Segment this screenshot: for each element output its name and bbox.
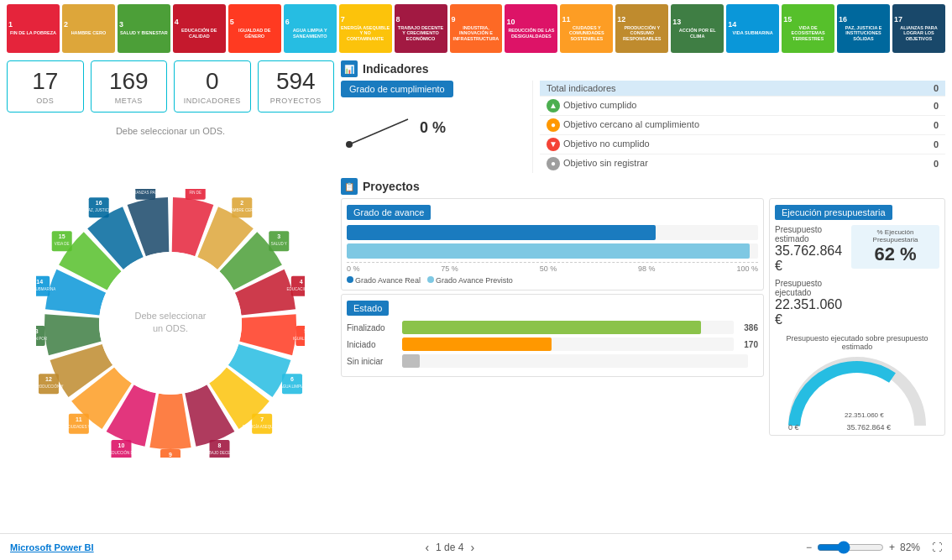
sdg-icon-7[interactable]: 7ENERGÍA ASEQUIBLE Y NO CONTAMINANTE [339,4,392,53]
indicadores-value: 0 [183,68,242,95]
svg-text:0 €: 0 € [788,423,799,430]
presupuesto-ejecutado-label: Presupuesto ejecutado [775,279,851,297]
svg-text:4: 4 [300,278,303,284]
ods-stat-card: 17 ODS [7,60,84,113]
projects-section: 📋 Proyectos Grado de avance [341,178,945,530]
svg-text:14: 14 [36,278,43,284]
sdg-icon-11[interactable]: 11CIUDADES Y COMUNIDADES SOSTENIBLES [560,4,613,53]
sdg-icon-4[interactable]: 4EDUCACIÓN DE CALIDAD [173,4,226,53]
svg-line-54 [349,119,408,144]
svg-text:Debe seleccionar: Debe seleccionar [135,311,207,321]
cumplimiento-label: Grado de cumplimiento [341,81,453,97]
iniciado-val: 170 [744,340,758,349]
pagination: ‹ 1 de 4 › [425,541,474,554]
estado-card: Estado Finalizado 386 Iniciado [341,294,764,377]
svg-text:2: 2 [240,200,243,206]
prev-page-button[interactable]: ‹ [425,541,429,554]
donut-top-label: Debe seleccionar un ODS. [116,126,225,136]
donut-svg: 1FIN DE2HAMBRE CERO3SALUD Y4EDUCACIÓN DE… [36,189,305,458]
sdg-icon-14[interactable]: 14VIDA SUBMARINA [726,4,779,53]
axis-98: 98 % [638,264,656,273]
avance-card: Grado de avance [341,198,764,290]
sdg-icon-9[interactable]: 9INDUSTRIA, INNOVACIÓN E INFRAESTRUCTURA [450,4,503,53]
ind-row: Total indicadores0 [540,81,945,97]
metas-label: METAS [100,97,159,105]
page-indicator: 1 de 4 [436,542,463,553]
indicators-header: 📊 Indicadores [341,60,945,77]
svg-text:PAZ, JUSTICIA: PAZ, JUSTICIA [86,208,112,212]
svg-text:22.351.060 €: 22.351.060 € [845,411,884,419]
sdg-icon-6[interactable]: 6AGUA LIMPIA Y SANEAMIENTO [284,4,337,53]
left-panel: 17 ODS 169 METAS 0 INDICADORES 594 PROYE… [7,60,334,530]
right-panel: 📊 Indicadores Grado de cumplimiento [341,60,945,530]
svg-text:16: 16 [96,200,102,206]
semi-gauge: 0 € 22.351.060 € 35.762.864 € [775,354,939,430]
zoom-minus[interactable]: − [806,542,812,553]
proyectos-label: PROYECTOS [267,97,326,105]
sdg-icon-3[interactable]: 3SALUD Y BIENESTAR [118,4,170,53]
sdg-icon-1[interactable]: 1FIN DE LA POBREZA [7,4,60,53]
gauge-chart [341,102,416,153]
metas-stat-card: 169 METAS [91,60,168,113]
ind-row: ●Objetivo sin registrar0 [540,154,945,173]
estado-title: Estado [347,301,389,316]
sdg-icon-15[interactable]: 15VIDA DE ECOSISTEMAS TERRESTRES [782,4,834,53]
gauge-description: Presupuesto ejecutado sobre presupuesto … [775,334,939,351]
gauge-percent: 0 % [420,119,446,137]
svg-text:HAMBRE CERO: HAMBRE CERO [228,208,257,212]
ind-row: ▼Objetivo no cumplido0 [540,135,945,154]
next-page-button[interactable]: › [470,541,474,554]
axis-0: 0 % [347,264,360,273]
presupuesto-estimado-val: 35.762.864 € [775,243,851,274]
sdg-icon-5[interactable]: 5IGUALDAD DE GÉNERO [228,4,281,53]
ejec-left: Presupuesto estimado 35.762.864 € Presup… [775,225,851,327]
axis-75: 75 % [441,264,458,273]
project-right: Ejecución presupuestaria Presupuesto est… [769,198,945,436]
projects-title: Proyectos [363,180,420,193]
svg-text:EDUCACIÓN DE: EDUCACIÓN DE [287,285,305,290]
axis-100: 100 % [736,264,758,273]
svg-text:35.762.864 €: 35.762.864 € [846,423,891,430]
ejecucion-title: Ejecución presupuestaria [775,205,892,220]
sdg-icon-12[interactable]: 12PRODUCCIÓN Y CONSUMO RESPONSABLES [615,4,668,53]
zoom-level: 82% [900,542,920,553]
projects-icon: 📋 [341,178,358,195]
svg-text:CIUDADES Y: CIUDADES Y [67,424,90,428]
ind-row: ●Objetivo cercano al cumplimiento0 [540,116,945,135]
zoom-plus[interactable]: + [889,542,895,553]
projects-header: 📋 Proyectos [341,178,945,195]
estado-row-iniciado: Iniciado 170 [347,338,758,351]
indicator-table: Total indicadores0▲Objetivo cumplido0●Ob… [532,81,945,173]
svg-text:REDUCCIÓN DE: REDUCCIÓN DE [107,450,136,455]
sdg-icon-2[interactable]: 2HAMBRE CERO [62,4,115,53]
presupuesto-estimado-label: Presupuesto estimado [775,225,851,243]
svg-text:IGUALDAD DE: IGUALDAD DE [293,336,305,340]
sdg-icons-row: 1FIN DE LA POBREZA2HAMBRE CERO3SALUD Y B… [0,0,952,57]
sdg-icon-17[interactable]: 17ALIANZAS PARA LOGRAR LOS OBJETIVOS [892,4,945,53]
svg-text:ENERGÍA ASEQUIBLE: ENERGÍA ASEQUIBLE [243,423,282,428]
svg-text:8: 8 [218,442,222,448]
svg-text:9: 9 [169,452,172,458]
svg-text:13: 13 [36,327,39,333]
ejec-top-row: Presupuesto estimado 35.762.864 € Presup… [775,225,939,327]
proyectos-stat-card: 594 PROYECTOS [258,60,335,113]
svg-text:10: 10 [118,442,125,448]
avance-title: Grado de avance [347,205,431,220]
finalizado-val: 386 [744,323,758,332]
sdg-icon-16[interactable]: 16PAZ, JUSTICIA E INSTITUCIONES SÓLIDAS [837,4,890,53]
fullscreen-icon[interactable]: ⛶ [932,542,942,553]
sdg-icon-8[interactable]: 8TRABAJO DECENTE Y CRECIMIENTO ECONÓMICO [395,4,447,53]
sdg-icon-13[interactable]: 13ACCIÓN POR EL CLIMA [671,4,724,53]
projects-inner: Grado de avance [341,198,945,436]
powerbi-link[interactable]: Microsoft Power BI [10,542,94,552]
svg-text:ACCIÓN POR: ACCIÓN POR [36,335,48,340]
stats-row: 17 ODS 169 METAS 0 INDICADORES 594 PROYE… [7,60,334,113]
zoom-slider[interactable] [817,541,884,554]
svg-text:PRODUCCIÓN Y: PRODUCCIÓN Y [36,384,63,389]
bottom-bar: Microsoft Power BI ‹ 1 de 4 › − + 82% ⛶ [0,533,952,560]
sdg-icon-10[interactable]: 10REDUCCIÓN DE LAS DESIGUALDADES [505,4,557,53]
project-left: Grado de avance [341,198,764,436]
donut-slice-9 [149,393,191,448]
svg-text:3: 3 [277,233,280,239]
ods-label: ODS [16,97,75,105]
